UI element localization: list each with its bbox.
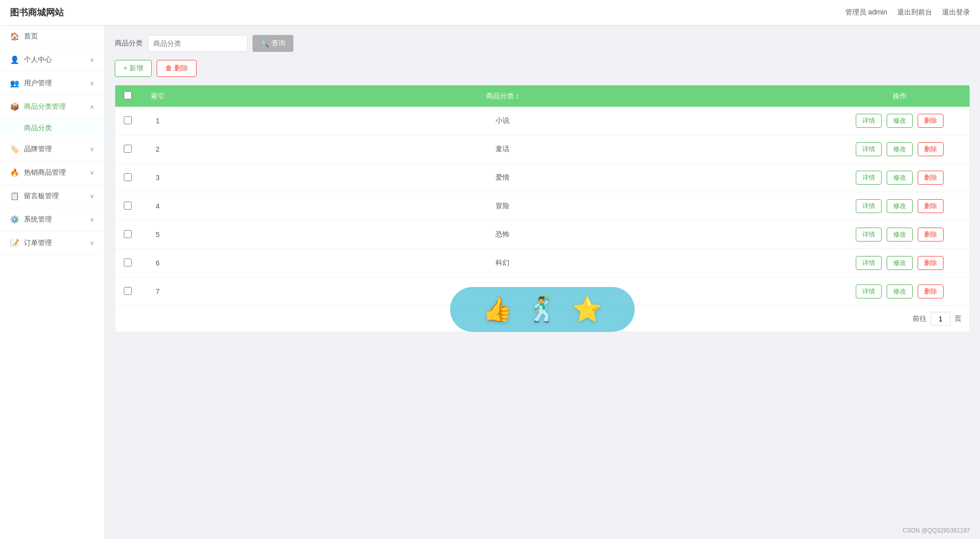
edit-button[interactable]: 修改	[887, 114, 913, 128]
table-row: 5 恐怖 详情 修改 删除	[115, 221, 970, 249]
pagination-prefix: 前往	[913, 314, 927, 323]
sidebar-item-message[interactable]: 📋 留言板管理 ∨	[0, 185, 104, 208]
sidebar-item-personal[interactable]: 👤 个人中心 ∨	[0, 48, 104, 72]
sidebar-item-brand-label: 品牌管理	[24, 145, 52, 154]
row-index: 7	[140, 277, 175, 306]
row-delete-button[interactable]: 删除	[918, 256, 944, 270]
row-category: 冒险	[175, 192, 830, 221]
chevron-order-icon: ∨	[90, 240, 94, 247]
add-button[interactable]: + 新增	[115, 60, 152, 77]
edit-button[interactable]: 修改	[887, 228, 913, 242]
detail-button[interactable]: 详情	[856, 199, 882, 213]
row-checkbox[interactable]	[124, 259, 132, 267]
home-icon: 🏠	[10, 32, 19, 41]
detail-button[interactable]: 详情	[856, 114, 882, 128]
sidebar-item-category[interactable]: 📦 商品分类管理 ∧	[0, 95, 104, 119]
thumbsup-icon: 👍	[483, 295, 512, 323]
chevron-message-icon: ∨	[90, 193, 94, 200]
sidebar-item-hot[interactable]: 🔥 热销商品管理 ∨	[0, 161, 104, 185]
edit-button[interactable]: 修改	[887, 284, 913, 298]
select-all-checkbox[interactable]	[124, 91, 132, 99]
row-actions: 详情 修改 删除	[830, 249, 970, 277]
sidebar-item-brand[interactable]: 🏷️ 品牌管理 ∨	[0, 138, 104, 161]
row-index: 3	[140, 164, 175, 192]
edit-button[interactable]: 修改	[887, 142, 913, 156]
row-delete-button[interactable]: 删除	[918, 228, 944, 242]
pagination-input[interactable]	[931, 312, 951, 326]
row-checkbox-cell	[115, 164, 140, 192]
sidebar-item-category-label: 商品分类管理	[24, 102, 66, 111]
row-actions: 详情 修改 删除	[830, 221, 970, 249]
user-label: 管理员 admin	[845, 8, 887, 17]
table-row: 2 童话 详情 修改 删除	[115, 135, 970, 164]
chevron-user-icon: ∨	[90, 80, 94, 87]
row-checkbox[interactable]	[124, 202, 132, 210]
message-icon: 📋	[10, 192, 19, 201]
th-category[interactable]: 商品分类 ↕	[175, 85, 830, 107]
row-checkbox[interactable]	[124, 173, 132, 181]
order-icon: 📝	[10, 239, 19, 248]
dance-icon: 🕺	[527, 295, 557, 323]
brand-icon: 🏷️	[10, 145, 19, 154]
main-content: 商品分类 🔍 查询 + 新增 🗑 删除 索引	[105, 25, 980, 539]
table-row: 3 爱情 详情 修改 删除	[115, 164, 970, 192]
pagination-suffix: 页	[955, 314, 962, 323]
row-category: 科幻	[175, 249, 830, 277]
row-checkbox-cell	[115, 192, 140, 221]
sidebar-item-system[interactable]: ⚙️ 系统管理 ∨	[0, 208, 104, 232]
search-button[interactable]: 🔍 查询	[252, 35, 293, 52]
csdn-watermark: CSDN @QQ3295391197	[903, 527, 970, 534]
detail-button[interactable]: 详情	[856, 142, 882, 156]
logo: 图书商城网站	[10, 6, 64, 18]
edit-button[interactable]: 修改	[887, 199, 913, 213]
row-delete-button[interactable]: 删除	[918, 171, 944, 185]
btn-frontend[interactable]: 退出到前台	[897, 8, 932, 17]
row-delete-button[interactable]: 删除	[918, 284, 944, 298]
chevron-personal-icon: ∨	[90, 56, 94, 63]
th-checkbox	[115, 85, 140, 107]
row-checkbox[interactable]	[124, 287, 132, 295]
table-row: 4 冒险 详情 修改 删除	[115, 192, 970, 221]
sidebar-item-user-label: 用户管理	[24, 79, 52, 88]
row-checkbox[interactable]	[124, 145, 132, 153]
sidebar-item-order[interactable]: 📝 订单管理 ∨	[0, 232, 104, 255]
row-checkbox-cell	[115, 135, 140, 164]
category-table: 索引 商品分类 ↕ 操作 1 小说 详	[115, 85, 970, 306]
edit-button[interactable]: 修改	[887, 256, 913, 270]
row-checkbox-cell	[115, 277, 140, 306]
row-index: 4	[140, 192, 175, 221]
search-input[interactable]	[148, 35, 247, 52]
action-bar: + 新增 🗑 删除	[115, 60, 970, 77]
row-delete-button[interactable]: 删除	[918, 199, 944, 213]
detail-button[interactable]: 详情	[856, 284, 882, 298]
row-index: 1	[140, 107, 175, 135]
row-actions: 详情 修改 删除	[830, 107, 970, 135]
detail-button[interactable]: 详情	[856, 256, 882, 270]
chevron-hot-icon: ∨	[90, 169, 94, 176]
row-checkbox[interactable]	[124, 230, 132, 238]
row-category: 童话	[175, 135, 830, 164]
row-category: 小说	[175, 107, 830, 135]
user-icon: 👥	[10, 79, 19, 88]
detail-button[interactable]: 详情	[856, 228, 882, 242]
sidebar-item-user[interactable]: 👥 用户管理 ∨	[0, 72, 104, 95]
detail-button[interactable]: 详情	[856, 171, 882, 185]
sidebar-subitem-category[interactable]: 商品分类	[0, 119, 104, 138]
row-index: 2	[140, 135, 175, 164]
btn-logout[interactable]: 退出登录	[942, 8, 970, 17]
system-icon: ⚙️	[10, 215, 19, 224]
personal-icon: 👤	[10, 55, 19, 64]
table-row: 6 科幻 详情 修改 删除	[115, 249, 970, 277]
row-checkbox[interactable]	[124, 116, 132, 124]
table-row: 1 小说 详情 修改 删除	[115, 107, 970, 135]
header-actions: 管理员 admin 退出到前台 退出登录	[845, 8, 970, 17]
row-delete-button[interactable]: 删除	[918, 142, 944, 156]
row-category: 爱情	[175, 164, 830, 192]
sidebar-item-home-label: 首页	[24, 32, 38, 41]
row-actions: 详情 修改 删除	[830, 192, 970, 221]
th-index: 索引	[140, 85, 175, 107]
edit-button[interactable]: 修改	[887, 171, 913, 185]
sidebar-item-home[interactable]: 🏠 首页	[0, 25, 104, 48]
row-delete-button[interactable]: 删除	[918, 114, 944, 128]
bulk-delete-button[interactable]: 🗑 删除	[157, 60, 197, 77]
